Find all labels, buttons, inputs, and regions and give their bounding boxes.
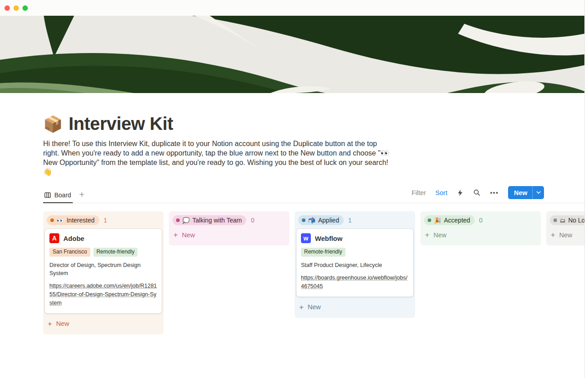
plus-icon: +: [425, 231, 429, 239]
column-title: Interested: [66, 217, 94, 224]
window-titlebar: [0, 0, 584, 16]
tag-remote-friendly: Remote-friendly: [93, 248, 138, 257]
new-button-dropdown[interactable]: [532, 186, 544, 199]
board-toolbar: Filter Sort ••• New: [411, 186, 544, 203]
card-count: 1: [348, 217, 352, 224]
eyes-emoji: 👀: [57, 218, 64, 223]
card-count: 0: [479, 217, 483, 224]
board-column-talking-with-team: 💭 Talking with Team 0 + New: [169, 211, 289, 245]
view-bar: Board + Filter Sort •••: [43, 186, 584, 203]
status-pill-accepted[interactable]: 🎉 Accepted: [424, 215, 475, 225]
status-pill-no-longer[interactable]: 🗂 No Lon: [550, 215, 585, 225]
card-job-link[interactable]: https://boards.greenhouse.io/webflow/job…: [301, 274, 409, 291]
adobe-logo: A: [49, 233, 59, 243]
view-tabs: Board +: [43, 190, 84, 203]
column-header: 📬 Applied 1: [296, 213, 413, 228]
card-count: 0: [251, 217, 254, 224]
tab-board-label: Board: [54, 191, 71, 199]
add-view-button[interactable]: +: [79, 190, 84, 199]
thought-balloon-emoji: 💭: [182, 218, 190, 223]
status-dot: [176, 218, 180, 222]
new-button-label[interactable]: New: [508, 186, 532, 199]
tab-board[interactable]: Board: [43, 190, 73, 203]
card-webflow[interactable]: w Webflow Remote-friendly Staff Product …: [296, 229, 413, 296]
party-popper-emoji: 🎉: [434, 218, 441, 223]
page-header: 📦 Interview Kit: [43, 114, 584, 134]
plus-icon: +: [299, 303, 304, 311]
close-window-button[interactable]: [4, 5, 10, 11]
column-title: Accepted: [444, 217, 470, 224]
page-icon[interactable]: 📦: [43, 116, 63, 132]
card-title: Webflow: [315, 235, 342, 242]
tag-remote-friendly: Remote-friendly: [301, 248, 345, 257]
add-card-label: New: [308, 303, 321, 311]
add-card-label: New: [433, 231, 447, 239]
add-card-button[interactable]: + New: [296, 301, 413, 313]
tag-row: San Francisco Remote-friendly: [49, 248, 157, 257]
card-role: Director of Design, Spectrum Design Syst…: [49, 261, 157, 277]
board-column-applied: 📬 Applied 1 w Webflow Remote-friendly St…: [295, 211, 415, 317]
tag-row: Remote-friendly: [301, 248, 409, 257]
card-role: Staff Product Designer, Lifecycle: [301, 261, 409, 269]
column-title: Applied: [318, 217, 339, 224]
add-card-label: New: [559, 231, 572, 239]
tag-san-francisco: San Francisco: [49, 248, 90, 257]
zoom-window-button[interactable]: [22, 5, 28, 11]
card-title-row: A Adobe: [49, 233, 157, 243]
status-pill-talking-with-team[interactable]: 💭 Talking with Team: [172, 215, 246, 225]
plus-icon: +: [551, 231, 555, 239]
minimize-window-button[interactable]: [13, 5, 19, 11]
add-card-button[interactable]: + New: [171, 229, 287, 241]
folder-emoji: 🗂: [560, 218, 566, 223]
add-card-button[interactable]: + New: [45, 318, 162, 330]
add-card-button[interactable]: + New: [548, 229, 585, 241]
chevron-down-icon: [536, 191, 541, 194]
status-pill-applied[interactable]: 📬 Applied: [298, 215, 344, 225]
column-header: 💭 Talking with Team 0: [171, 213, 287, 228]
webflow-logo: w: [301, 233, 311, 243]
plus-icon: +: [173, 231, 178, 239]
column-title: No Lon: [568, 217, 585, 224]
page-title[interactable]: Interview Kit: [69, 114, 173, 134]
status-dot: [50, 218, 54, 222]
mailbox-emoji: 📬: [308, 218, 315, 223]
card-title-row: w Webflow: [301, 233, 409, 243]
add-card-button[interactable]: + New: [422, 229, 539, 241]
add-card-label: New: [182, 231, 195, 239]
column-header: 👀 Interested 1: [45, 213, 162, 228]
page-content: 📦 Interview Kit Hi there! To use this In…: [0, 114, 584, 334]
column-title: Talking with Team: [192, 217, 242, 224]
column-header: 🗂 No Lon: [548, 213, 585, 228]
card-job-link[interactable]: https://careers.adobe.com/us/en/job/R128…: [49, 282, 157, 307]
board-column-no-longer: 🗂 No Lon + New: [546, 211, 585, 245]
lightning-icon[interactable]: [457, 189, 464, 196]
search-icon[interactable]: [473, 189, 481, 196]
status-dot: [302, 218, 305, 222]
board-column-accepted: 🎉 Accepted 0 + New: [420, 211, 541, 245]
kanban-board: 👀 Interested 1 A Adobe San Francisco Rem…: [43, 211, 584, 334]
card-title: Adobe: [63, 235, 84, 242]
board-column-interested: 👀 Interested 1 A Adobe San Francisco Rem…: [43, 211, 164, 334]
plus-icon: +: [48, 320, 52, 328]
filter-button[interactable]: Filter: [411, 189, 426, 196]
card-count: 1: [104, 217, 107, 224]
cover-image: [0, 16, 584, 93]
status-dot: [553, 218, 557, 222]
new-button[interactable]: New: [508, 186, 544, 199]
more-options-button[interactable]: •••: [490, 189, 499, 196]
sort-button[interactable]: Sort: [435, 189, 447, 196]
column-header: 🎉 Accepted 0: [422, 213, 539, 228]
add-card-label: New: [56, 320, 69, 327]
page-description[interactable]: Hi there! To use this Interview Kit, dup…: [43, 139, 391, 177]
card-adobe[interactable]: A Adobe San Francisco Remote-friendly Di…: [45, 229, 162, 313]
board-icon: [44, 191, 51, 199]
notion-window: 📦 Interview Kit Hi there! To use this In…: [0, 0, 585, 378]
status-pill-interested[interactable]: 👀 Interested: [47, 215, 99, 225]
status-dot: [428, 218, 431, 222]
